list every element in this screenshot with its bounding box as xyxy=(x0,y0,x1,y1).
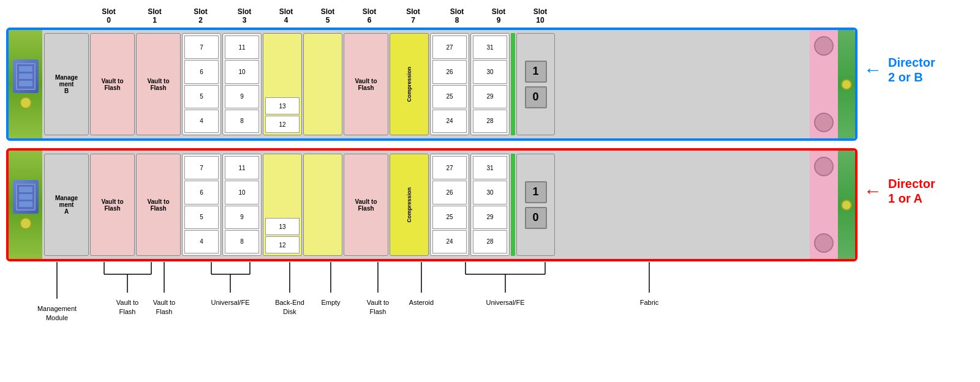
svg-text:Universal/FE: Universal/FE xyxy=(486,299,525,306)
slot-a-9b: 31 30 29 28 xyxy=(470,154,510,256)
slot-a-3-universal: 7 6 5 4 xyxy=(182,154,221,256)
svg-text:Flash: Flash xyxy=(156,308,173,315)
legend-svg: Management Module Vault to Flash Vault t… xyxy=(6,262,864,382)
slot-b-0-management: ManagementB xyxy=(44,33,89,135)
cell-b-26: 26 xyxy=(432,60,467,83)
cell-a-7: 7 xyxy=(184,156,219,179)
cell-b-9: 9 xyxy=(225,85,259,108)
slot-a-4-universal: 11 10 9 8 xyxy=(222,154,262,256)
fabric-b-1: 1 xyxy=(525,61,547,83)
svg-text:Vault to: Vault to xyxy=(367,299,390,306)
right-pink-a xyxy=(810,151,838,259)
slot-a-7-vault: Vault toFlash xyxy=(344,154,388,256)
slot-header-7: Slot7 xyxy=(390,7,436,24)
slot-b-2-vault: Vault toFlash xyxy=(136,33,181,135)
cell-a-8: 8 xyxy=(225,230,259,253)
cell-a-5: 5 xyxy=(184,206,219,229)
cell-b-6: 6 xyxy=(184,60,219,83)
fabric-a-0: 0 xyxy=(525,207,547,229)
cell-b-25: 25 xyxy=(432,85,467,108)
svg-text:Back-End: Back-End xyxy=(275,299,304,306)
svg-text:Flash: Flash xyxy=(370,308,386,315)
connector-b-bot xyxy=(814,113,834,132)
left-hardware-b xyxy=(9,30,42,138)
director-a-row: ManagementA Vault toFlash Vault toFlash … xyxy=(6,148,858,261)
left-hardware-a xyxy=(9,151,42,259)
arrow-b: ← xyxy=(864,59,882,80)
slot-b-7-vault: Vault toFlash xyxy=(344,33,388,135)
cell-a-9: 9 xyxy=(225,206,259,229)
svg-text:Vault to: Vault to xyxy=(153,299,176,306)
hw-module-b1 xyxy=(13,59,39,93)
green-accent-a xyxy=(511,154,515,256)
cell-a-25: 25 xyxy=(432,206,467,229)
slot-a-9a: 27 26 25 24 xyxy=(430,154,469,256)
screw-a xyxy=(841,200,852,211)
cell-b-29: 29 xyxy=(473,85,507,108)
hw-module-a1 xyxy=(13,180,39,214)
hw-screw-a xyxy=(20,217,32,230)
cell-a-12: 12 xyxy=(265,236,300,253)
svg-text:Flash: Flash xyxy=(119,308,136,315)
slot-b-9b: 31 30 29 28 xyxy=(470,33,510,135)
connector-b-top xyxy=(814,36,834,56)
cell-b-31: 31 xyxy=(473,36,507,59)
cell-b-5: 5 xyxy=(184,85,219,108)
slot-a-1-vault: Vault toFlash xyxy=(90,154,135,256)
slot-a-10-fabric: 1 0 xyxy=(516,154,555,256)
slot-header-6: Slot6 xyxy=(349,7,390,24)
cell-b-27: 27 xyxy=(432,36,467,59)
slot-a-6-empty xyxy=(303,154,342,256)
cell-a-11: 11 xyxy=(225,156,259,179)
cell-b-13: 13 xyxy=(265,97,300,114)
cell-a-13: 13 xyxy=(265,218,300,235)
cell-a-28: 28 xyxy=(473,230,507,253)
cell-a-31: 31 xyxy=(473,156,507,179)
director-a-text: Director1 or A xyxy=(888,176,935,206)
slot-b-3-universal: 7 6 5 4 xyxy=(182,33,221,135)
svg-text:Empty: Empty xyxy=(321,299,341,306)
slot-header-1: Slot1 xyxy=(132,7,178,24)
slot-header-4: Slot4 xyxy=(265,7,307,24)
connector-a-bot xyxy=(814,233,834,253)
slot-a-2-vault: Vault toFlash xyxy=(136,154,181,256)
cell-b-10: 10 xyxy=(225,60,259,83)
slot-b-6-empty xyxy=(303,33,342,135)
director-b-text: Director2 or B xyxy=(888,55,935,84)
right-outer-b xyxy=(838,30,855,138)
slot-header-0: Slot0 xyxy=(86,7,132,24)
director-b-label: ← Director2 or B xyxy=(864,55,935,84)
cell-a-29: 29 xyxy=(473,206,507,229)
cell-a-30: 30 xyxy=(473,181,507,204)
slot-header-3: Slot3 xyxy=(224,7,265,24)
slot-b-9a: 27 26 25 24 xyxy=(430,33,469,135)
cell-b-7: 7 xyxy=(184,36,219,59)
cell-b-24: 24 xyxy=(432,110,467,133)
cell-b-28: 28 xyxy=(473,110,507,133)
svg-text:Vault to: Vault to xyxy=(116,299,139,306)
slot-header-8: Slot8 xyxy=(436,7,478,24)
cell-b-11: 11 xyxy=(225,36,259,59)
cell-a-10: 10 xyxy=(225,181,259,204)
hw-screw-b xyxy=(20,97,32,109)
cell-a-27: 27 xyxy=(432,156,467,179)
slot-a-5-bend: 13 12 xyxy=(263,154,302,256)
right-outer-a xyxy=(838,151,855,259)
director-b-row: ManagementB Vault toFlash Vault toFlash … xyxy=(6,28,858,141)
slot-b-8-compression: Compression xyxy=(390,33,429,135)
slot-b-5-bend: 13 12 xyxy=(263,33,302,135)
cell-a-6: 6 xyxy=(184,181,219,204)
cell-b-4: 4 xyxy=(184,110,219,133)
director-a-label: ← Director1 or A xyxy=(864,176,935,206)
slot-b-4-universal: 11 10 9 8 xyxy=(222,33,262,135)
svg-text:Universal/FE: Universal/FE xyxy=(211,299,250,306)
right-pink-b xyxy=(810,30,838,138)
slot-header-2: Slot2 xyxy=(178,7,224,24)
slot-b-10-fabric: 1 0 xyxy=(516,33,555,135)
slot-b-1-vault: Vault toFlash xyxy=(90,33,135,135)
cell-b-30: 30 xyxy=(473,60,507,83)
slots-b: ManagementB Vault toFlash Vault toFlash … xyxy=(42,30,810,138)
svg-text:Management: Management xyxy=(37,305,77,312)
slots-a: ManagementA Vault toFlash Vault toFlash … xyxy=(42,151,810,259)
slot-header-5: Slot5 xyxy=(307,7,349,24)
